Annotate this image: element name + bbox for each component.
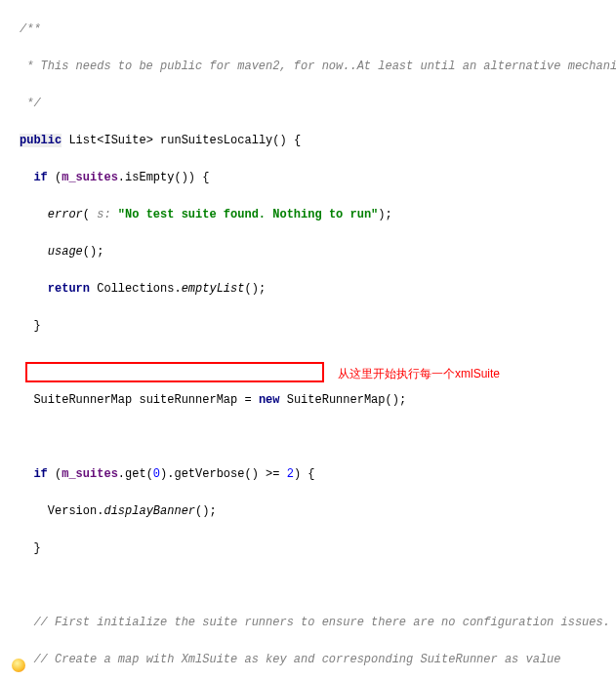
method-declaration: runSuitesLocally <box>160 134 272 147</box>
code-editor[interactable]: /** * This needs to be public for maven2… <box>0 0 616 680</box>
keyword-new: new <box>259 393 280 407</box>
doc-comment-body: * This needs to be public for maven2, fo… <box>20 60 616 73</box>
line-comment: // Create a map with XmlSuite as key and… <box>33 653 560 666</box>
doc-comment: /** <box>20 22 41 36</box>
string-literal: "No test suite found. Nothing to run" <box>118 208 378 221</box>
line-comment: // First initialize the suite runners to… <box>33 616 610 629</box>
doc-comment-end: */ <box>20 97 41 110</box>
annotation-text: 从这里开始执行每一个xmlSuite <box>338 365 500 383</box>
keyword-if: if <box>33 171 47 184</box>
keyword-return: return <box>48 282 90 296</box>
keyword-public: public <box>20 134 62 147</box>
intention-bulb-icon[interactable] <box>12 659 25 672</box>
